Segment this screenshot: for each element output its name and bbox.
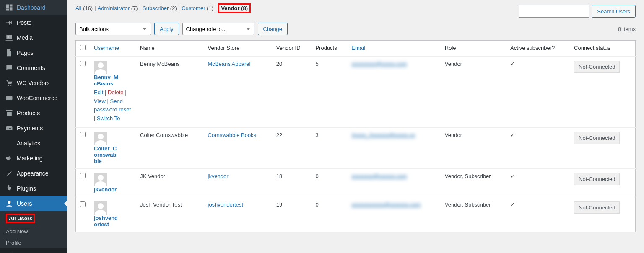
dashboard-icon: [5, 3, 13, 12]
submenu-item-add-new[interactable]: Add New: [0, 226, 67, 237]
content-area: All (16)|Administrator (7)|Subscriber (2…: [67, 0, 644, 253]
sidebar-item-comments[interactable]: Comments: [0, 60, 67, 75]
table-row: joshvendortestJosh Vendor Testjoshvendor…: [76, 197, 636, 232]
sidebar-item-label: Comments: [17, 65, 45, 71]
username-link[interactable]: Colter_Cornswabble: [94, 145, 117, 164]
sidebar-item-users[interactable]: Users: [0, 196, 67, 211]
view-link[interactable]: View: [94, 98, 106, 104]
bulk-actions-select[interactable]: Bulk actions: [75, 23, 151, 35]
col-name: Name: [136, 41, 204, 57]
sidebar-item-analytics[interactable]: Analytics: [0, 136, 67, 151]
vendor-store-link[interactable]: McBeans Apparel: [208, 61, 251, 67]
row-checkbox[interactable]: [80, 61, 86, 66]
col-active-subscriber: Active subscriber?: [506, 41, 570, 57]
avatar: [94, 132, 107, 145]
avatar: [94, 173, 107, 186]
sidebar-item-media[interactable]: Media: [0, 30, 67, 45]
row-checkbox[interactable]: [80, 201, 86, 207]
apply-bulk-button[interactable]: Apply: [154, 23, 179, 35]
svg-point-2: [10, 85, 12, 86]
col-connect-status: Connect status: [570, 41, 635, 57]
sidebar-item-woocommerce[interactable]: WooCommerce: [0, 90, 67, 106]
change-role-button[interactable]: Change: [258, 23, 288, 35]
svg-point-0: [8, 36, 9, 38]
svg-point-5: [8, 201, 11, 204]
admin-sidebar: DashboardPostsMediaPagesCommentsWC Vendo…: [0, 0, 67, 253]
sidebar-item-posts[interactable]: Posts: [0, 15, 67, 30]
cell-products: 5: [311, 56, 347, 127]
sidebar-item-plugins[interactable]: Plugins: [0, 181, 67, 196]
row-actions: Edit | Delete | View | Send password res…: [94, 88, 132, 123]
email-link[interactable]: xxxxxxxxx@xxxxx.com: [351, 61, 407, 67]
sidebar-item-products[interactable]: Products: [0, 106, 67, 121]
sidebar-item-appearance[interactable]: Appearance: [0, 166, 67, 181]
col-vendor-store: Vendor Store: [204, 41, 272, 57]
table-row: Benny_McBeansEdit | Delete | View | Send…: [76, 56, 636, 127]
search-users-input[interactable]: [519, 5, 589, 18]
submenu-item-all-users[interactable]: All Users: [0, 211, 67, 226]
col-username[interactable]: Username: [90, 41, 136, 57]
cell-vendor-id: 22: [272, 128, 312, 169]
filter-vendor[interactable]: Vendor (8): [218, 5, 251, 11]
username-link[interactable]: jkvendor: [94, 186, 117, 193]
sidebar-item-label: WooCommerce: [17, 95, 57, 101]
payments-icon: [5, 124, 13, 132]
sidebar-item-wc-vendors[interactable]: WC Vendors: [0, 75, 67, 90]
plugin-icon: [5, 184, 13, 193]
sidebar-item-pages[interactable]: Pages: [0, 45, 67, 60]
cell-role: Vendor: [441, 56, 506, 127]
table-row: jkvendorJK Vendorjkvendor180xxxxxxxx@xxx…: [76, 169, 636, 197]
megaphone-icon: [5, 154, 13, 163]
edit-link[interactable]: Edit: [94, 89, 103, 96]
sidebar-item-label: WC Vendors: [17, 80, 50, 86]
email-link[interactable]: xxxxxxxx@xxxxxx.com: [351, 173, 407, 179]
col-products: Products: [311, 41, 347, 57]
sidebar-item-payments[interactable]: Payments: [0, 121, 67, 136]
svg-point-1: [8, 85, 9, 86]
vendor-store-link[interactable]: Cornswabble Books: [208, 132, 257, 138]
search-users-button[interactable]: Search Users: [592, 5, 636, 18]
vendor-store-link[interactable]: jkvendor: [208, 173, 229, 179]
sidebar-item-label: Users: [17, 200, 32, 207]
switch-to-link[interactable]: Switch To: [97, 115, 120, 121]
connect-status-badge: Not-Connected: [574, 201, 620, 214]
submenu-item-profile[interactable]: Profile: [0, 237, 67, 248]
avatar: [94, 61, 107, 74]
sidebar-item-label: Payments: [17, 125, 43, 132]
cell-vendor-id: 18: [272, 169, 312, 197]
sidebar-item-dashboard[interactable]: Dashboard: [0, 0, 67, 15]
pages-icon: [5, 49, 13, 57]
sidebar-item-label: Pages: [17, 49, 34, 56]
cell-products: 0: [311, 197, 347, 232]
cell-name: Benny McBeans: [136, 56, 204, 127]
vendor-store-link[interactable]: joshvendortest: [208, 201, 244, 208]
sidebar-item-marketing[interactable]: Marketing: [0, 151, 67, 166]
row-checkbox[interactable]: [80, 173, 86, 178]
filter-administrator[interactable]: Administrator (7): [98, 5, 138, 11]
cell-products: 0: [311, 169, 347, 197]
change-role-select[interactable]: Change role to…: [182, 23, 254, 35]
cell-active-subscriber: ✓: [506, 197, 570, 232]
cell-active-subscriber: ✓: [506, 128, 570, 169]
row-checkbox[interactable]: [80, 132, 86, 137]
filter-all[interactable]: All (16): [75, 5, 93, 11]
email-link[interactable]: Xxxxx_Xxxxxxx@xxxxx.xx: [351, 132, 415, 138]
username-link[interactable]: joshvendortest: [94, 215, 118, 227]
col-vendor-id: Vendor ID: [272, 41, 312, 57]
sidebar-item-tools[interactable]: Tools: [0, 248, 67, 253]
pin-icon: [5, 18, 13, 27]
delete-link[interactable]: Delete: [108, 89, 124, 96]
svg-rect-3: [6, 96, 13, 100]
email-link[interactable]: xxxxxxxxxxxx@xxxxxxx.com: [351, 201, 421, 208]
connect-status-badge: Not-Connected: [574, 132, 620, 144]
cell-name: Josh Vendor Test: [136, 197, 204, 232]
username-link[interactable]: Benny_McBeans: [94, 74, 118, 87]
select-all-checkbox[interactable]: [80, 45, 86, 50]
filter-subscriber[interactable]: Subscriber (2): [143, 5, 177, 11]
filter-customer[interactable]: Customer (1): [182, 5, 213, 11]
sidebar-item-label: Plugins: [17, 185, 36, 192]
sidebar-item-label: Marketing: [17, 155, 42, 162]
brush-icon: [5, 169, 13, 178]
cart-icon: [5, 79, 13, 87]
col-email[interactable]: Email: [347, 41, 441, 57]
